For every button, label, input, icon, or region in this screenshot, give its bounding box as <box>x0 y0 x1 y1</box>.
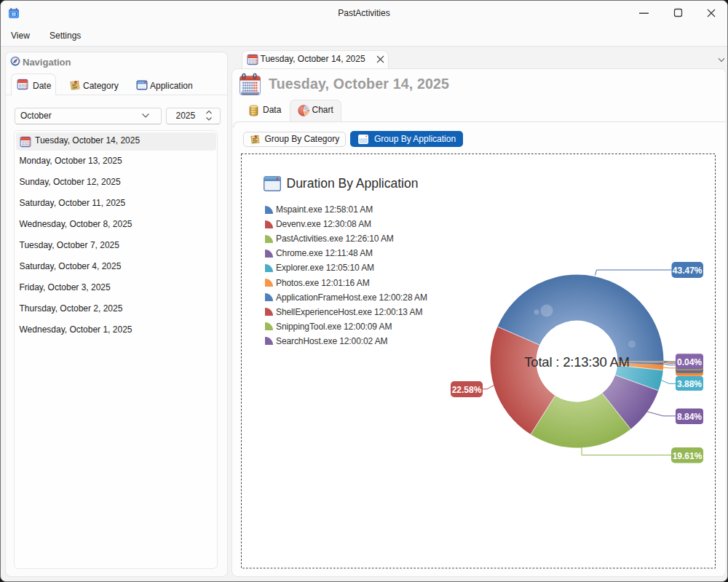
svg-text:8.84%: 8.84% <box>677 412 702 422</box>
svg-text:3.88%: 3.88% <box>677 379 702 389</box>
svg-text:22.58%: 22.58% <box>452 385 482 395</box>
svg-text:Total : 2:13:30 AM: Total : 2:13:30 AM <box>524 354 630 370</box>
svg-text:0.04%: 0.04% <box>677 357 702 367</box>
svg-text:19.61%: 19.61% <box>673 451 703 461</box>
svg-text:43.47%: 43.47% <box>673 266 703 276</box>
